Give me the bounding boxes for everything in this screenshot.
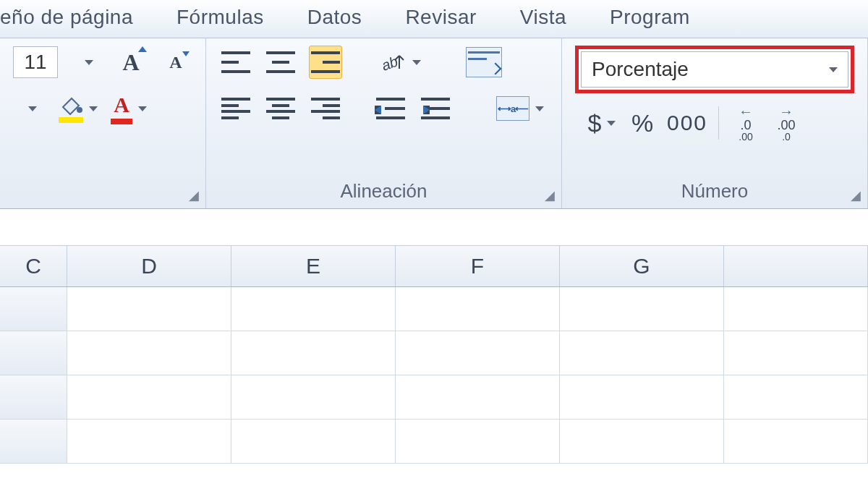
align-center-icon [266, 98, 295, 119]
table-row [0, 375, 868, 420]
group-label-fuente [13, 198, 192, 208]
align-right-icon [311, 98, 340, 119]
increase-indent-icon [421, 98, 450, 119]
cell[interactable] [0, 331, 67, 375]
align-bottom-button[interactable] [309, 46, 342, 79]
cell[interactable] [231, 375, 396, 419]
cell[interactable] [0, 287, 67, 331]
ribbon: 11 A A A [0, 38, 868, 209]
number-format-value: Porcentaje [592, 58, 689, 81]
cell[interactable] [67, 287, 231, 331]
cell[interactable] [724, 331, 868, 375]
border-dropdown[interactable] [13, 92, 46, 125]
increase-font-icon: A [122, 49, 139, 76]
percent-format-button[interactable]: % [626, 106, 659, 140]
number-dialog-launcher[interactable]: ◢ [848, 188, 863, 203]
table-row [0, 287, 868, 331]
svg-point-0 [77, 107, 82, 113]
number-format-highlight: Porcentaje [575, 46, 854, 93]
tab-formulas[interactable]: Fórmulas [162, 0, 293, 38]
cell[interactable] [724, 420, 868, 463]
font-dialog-launcher[interactable]: ◢ [187, 188, 201, 203]
table-row [0, 420, 868, 464]
ribbon-tabs: eño de página Fórmulas Datos Revisar Vis… [0, 0, 868, 38]
cell[interactable] [67, 420, 231, 463]
percent-icon: % [631, 109, 653, 137]
column-header[interactable]: E [231, 246, 396, 286]
decrease-indent-button[interactable] [374, 92, 407, 125]
accounting-format-button[interactable]: $ [585, 106, 618, 140]
cell[interactable] [231, 331, 396, 375]
font-size-dropdown[interactable] [69, 46, 103, 79]
cell[interactable] [560, 331, 724, 375]
cell[interactable] [560, 287, 724, 331]
increase-font-button[interactable]: A [114, 46, 148, 79]
increase-indent-button[interactable] [419, 92, 452, 125]
increase-decimal-icon: ←.0.00 [739, 104, 753, 142]
cell[interactable] [560, 420, 724, 463]
cell[interactable] [724, 375, 868, 419]
table-row [0, 331, 868, 375]
align-top-icon [221, 51, 250, 73]
decrease-decimal-button[interactable]: →.00.0 [770, 106, 803, 140]
cell[interactable] [396, 420, 560, 463]
align-right-button[interactable] [309, 92, 342, 125]
column-header[interactable]: G [560, 246, 724, 286]
fill-color-button[interactable] [58, 92, 98, 125]
cell[interactable] [724, 287, 868, 331]
align-top-button[interactable] [219, 46, 252, 79]
decrease-font-button[interactable]: A [159, 46, 192, 79]
comma-format-button[interactable]: 000 [666, 106, 708, 140]
wrap-text-icon [466, 47, 502, 77]
tab-vista[interactable]: Vista [506, 0, 595, 38]
cell[interactable] [67, 331, 231, 375]
align-left-button[interactable] [219, 92, 252, 125]
orientation-icon: ab [379, 50, 407, 75]
thousands-icon: 000 [667, 111, 707, 135]
group-numero: Porcentaje $ % 000 ←.0.00 →.00.0 Número … [562, 38, 868, 208]
group-label-numero: Número [575, 176, 854, 208]
cell[interactable] [0, 375, 67, 419]
tab-revisar[interactable]: Revisar [391, 0, 505, 38]
number-format-dropdown[interactable]: Porcentaje [581, 51, 848, 88]
increase-decimal-button[interactable]: ←.0.00 [729, 106, 762, 140]
merge-center-button[interactable]: ⟷a⟵ [495, 92, 545, 125]
decrease-font-icon: A [169, 53, 182, 72]
align-bottom-icon [311, 51, 340, 73]
align-middle-button[interactable] [264, 46, 297, 79]
cell[interactable] [560, 375, 724, 419]
alignment-dialog-launcher[interactable]: ◢ [542, 188, 557, 203]
font-color-button[interactable]: A [110, 92, 148, 125]
column-header[interactable]: D [67, 246, 231, 286]
group-label-alineacion: Alineación [219, 176, 548, 208]
cell[interactable] [231, 287, 396, 331]
decrease-decimal-icon: →.00.0 [778, 104, 796, 142]
tab-programador[interactable]: Program [595, 0, 719, 38]
wrap-text-button[interactable] [465, 46, 503, 79]
column-header[interactable]: C [0, 246, 67, 286]
column-header[interactable]: F [396, 246, 560, 286]
svg-text:ab: ab [379, 54, 399, 74]
align-left-icon [221, 98, 250, 119]
formula-bar-area[interactable] [0, 209, 868, 246]
cell[interactable] [0, 420, 67, 463]
currency-icon: $ [588, 109, 602, 137]
font-color-swatch [111, 119, 132, 124]
align-middle-icon [266, 51, 295, 73]
column-header[interactable] [724, 246, 868, 286]
merge-cells-icon: ⟷a⟵ [496, 96, 529, 121]
cell[interactable] [396, 375, 560, 419]
font-color-icon: A [114, 93, 129, 117]
orientation-button[interactable]: ab [378, 46, 422, 79]
cell[interactable] [396, 287, 560, 331]
cell[interactable] [231, 420, 396, 463]
group-alineacion: ab ⟷a⟵ Ali [206, 38, 562, 208]
paint-bucket-icon [59, 94, 83, 116]
tab-datos[interactable]: Datos [293, 0, 391, 38]
font-size-input[interactable]: 11 [13, 46, 58, 78]
cell[interactable] [67, 375, 231, 419]
group-fuente: 11 A A A [0, 38, 206, 208]
align-center-button[interactable] [264, 92, 297, 125]
tab-diseno-pagina[interactable]: eño de página [0, 0, 162, 38]
cell[interactable] [396, 331, 560, 375]
